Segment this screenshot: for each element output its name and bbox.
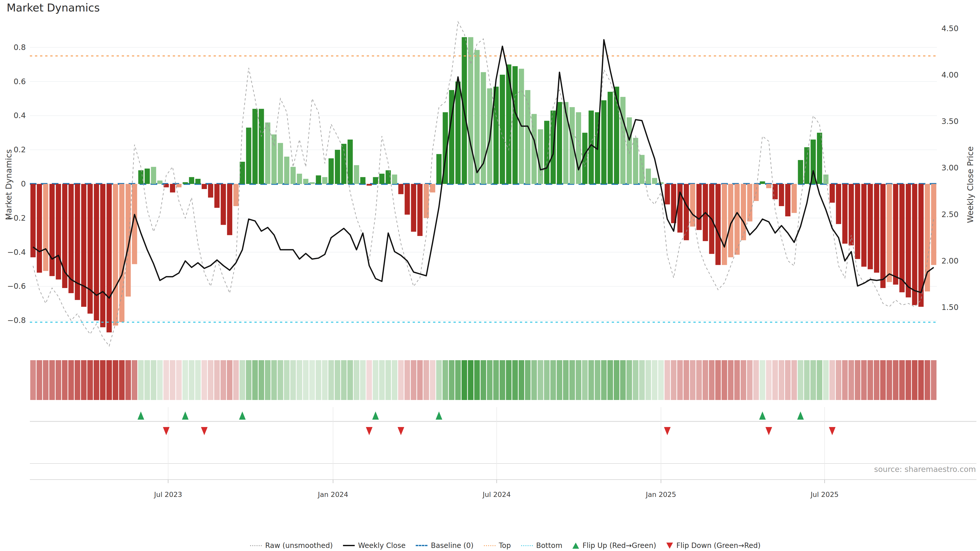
flip-down-marker <box>366 427 372 435</box>
x-axis-tick-label: Jul 2024 <box>482 491 511 499</box>
dynamics-bar <box>861 184 866 267</box>
dynamics-bar <box>646 168 651 184</box>
right-axis-tick: 4.00 <box>942 70 959 79</box>
heatmap-cell <box>905 360 911 400</box>
heatmap-cell <box>208 360 213 400</box>
dynamics-bar <box>94 184 99 321</box>
dynamics-bar <box>912 184 917 305</box>
heatmap-cell <box>392 360 397 400</box>
dynamics-bar <box>322 177 327 184</box>
dynamics-bar <box>608 92 613 184</box>
heatmap-cell <box>589 360 594 400</box>
right-axis-tick: 4.50 <box>942 24 959 33</box>
left-axis-tick: 0.6 <box>14 77 26 86</box>
dynamics-bar <box>924 184 930 291</box>
heatmap-cell <box>119 360 124 400</box>
chart-figure: 0.80.60.40.20−0.2−0.4−0.6−0.84.504.003.5… <box>0 0 980 551</box>
dynamics-bar <box>316 176 321 184</box>
heatmap-cell <box>601 360 607 400</box>
dynamics-bar <box>88 184 93 313</box>
dynamics-bar <box>392 175 397 184</box>
dynamics-bar <box>252 109 258 184</box>
dynamics-bar <box>100 184 105 327</box>
dynamics-bar <box>81 184 86 307</box>
dynamics-bar <box>874 184 879 273</box>
heatmap-cell <box>271 360 277 400</box>
heatmap-cell <box>880 360 886 400</box>
heatmap-cell <box>924 360 930 400</box>
heatmap-cell <box>316 360 321 400</box>
heatmap-cell <box>379 360 385 400</box>
heatmap-cell <box>766 360 772 400</box>
dynamics-bar <box>665 184 670 204</box>
heatmap-cell <box>423 360 429 400</box>
heatmap-cell <box>290 360 296 400</box>
right-axis-tick: 2.50 <box>942 210 959 219</box>
dynamics-bar <box>411 184 416 232</box>
heatmap-cell <box>202 360 207 400</box>
heatmap-cell <box>227 360 232 400</box>
heatmap-cell <box>449 360 455 400</box>
heatmap-cell <box>411 360 417 400</box>
heatmap-cell <box>671 360 676 400</box>
heatmap-cell <box>747 360 752 400</box>
legend-item-bottom: Bottom <box>521 541 563 550</box>
left-axis-tick: −0.6 <box>7 282 26 291</box>
heatmap-cell <box>893 360 899 400</box>
dynamics-bar <box>335 150 340 184</box>
flip-down-marker <box>765 427 772 435</box>
heatmap-cell <box>233 360 239 400</box>
heatmap-cell <box>861 360 867 400</box>
heatmap-cell <box>195 360 201 400</box>
legend-label: Baseline (0) <box>431 541 473 550</box>
heatmap-cell <box>639 360 645 400</box>
legend-item-flip-down-green-red: Flip Down (Green→Red) <box>667 541 760 550</box>
heatmap-cell <box>360 360 366 400</box>
dynamics-bar <box>620 97 625 184</box>
dynamics-bar <box>113 184 118 326</box>
heatmap-cell <box>385 360 391 400</box>
legend-swatch-triangle-down-icon <box>667 543 673 549</box>
dynamics-bar <box>37 184 42 273</box>
dynamics-bar <box>544 121 549 184</box>
heatmap-cell <box>170 360 175 400</box>
heatmap-cell <box>334 360 340 400</box>
dynamics-bar <box>690 184 695 227</box>
chart-legend: Raw (unsmoothed)Weekly CloseBaseline (0)… <box>250 541 760 550</box>
dynamics-bar <box>348 140 353 184</box>
heatmap-cell <box>557 360 562 400</box>
heatmap-cell <box>480 360 486 400</box>
heatmap-cell <box>620 360 626 400</box>
heatmap-cell <box>627 360 632 400</box>
legend-swatch-dotted-icon <box>484 545 495 546</box>
heatmap-cell <box>265 360 270 400</box>
heatmap-cell <box>721 360 727 400</box>
dynamics-bar <box>221 184 226 225</box>
dynamics-bar <box>512 66 517 184</box>
dynamics-bar <box>157 181 162 184</box>
dynamics-bar <box>208 184 213 198</box>
left-axis-tick: 0.8 <box>14 43 26 52</box>
heatmap-cell <box>912 360 918 400</box>
dynamics-bar <box>880 184 886 288</box>
dynamics-bar <box>107 184 111 332</box>
dynamics-bar <box>792 184 797 213</box>
dynamics-bar <box>379 174 384 184</box>
heatmap-cell <box>810 360 816 400</box>
dynamics-bar <box>202 184 207 189</box>
dynamics-bar <box>899 184 904 292</box>
left-axis-tick: 0 <box>21 179 26 188</box>
flip-down-marker <box>664 427 671 435</box>
legend-item-baseline-0: Baseline (0) <box>416 541 473 550</box>
heatmap-cell <box>931 360 937 400</box>
heatmap-cell <box>867 360 873 400</box>
heatmap-cell <box>544 360 550 400</box>
heatmap-cell <box>506 360 511 400</box>
heatmap-cell <box>214 360 220 400</box>
heatmap-cell <box>455 360 461 400</box>
legend-item-top: Top <box>484 541 511 550</box>
heatmap-cell <box>297 360 302 400</box>
heatmap-cell <box>246 360 251 400</box>
heatmap-cell <box>37 360 42 400</box>
heatmap-cell <box>125 360 131 400</box>
